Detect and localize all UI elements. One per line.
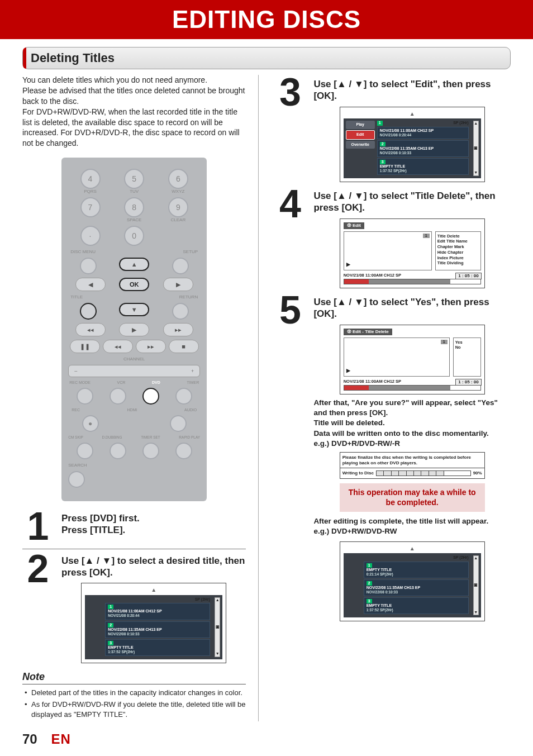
right-column: 3 Use [▲ / ▼] to select "Edit", then pre… [274, 75, 511, 721]
s3-num-2: 2 [380, 142, 386, 146]
remote-down-button: ▼ [119, 303, 149, 316]
remote-label-pqrs: PQRS [80, 189, 101, 194]
edit-menu-list: Title Delete Edit Title Name Chapter Mar… [435, 231, 481, 270]
edit-delete-title-bar: Edit - Title Delete [344, 329, 392, 335]
rec-mode-tag: SP (2Hr) [195, 597, 211, 602]
preview-badge: 1 [441, 340, 448, 345]
chevron-up-icon: ▲ [344, 545, 481, 553]
divider [22, 549, 246, 549]
scrollbar-icon: ▲▣▼ [215, 597, 220, 657]
step-3-screenshot: ▲ Play Edit Overwrite 1SP (2Hr) NOV/21/0… [340, 107, 485, 183]
remote-timerset-button [142, 443, 159, 459]
remote-channel-bar: –+ [68, 365, 200, 377]
scrollbar-icon: ▲▣▼ [473, 121, 479, 176]
remote-vcr-button [110, 388, 126, 405]
remote-label-hdmi: HDMI [127, 408, 137, 412]
remote-channel-minus: – [74, 368, 77, 374]
s3-row-3b: 1:37:52 SP(2Hr) [380, 169, 407, 173]
remote-label-rapidplay: RAPID PLAY [179, 435, 200, 439]
edit-title-bar: Edit [344, 222, 364, 229]
remote-ff-button: ▸▸ [136, 340, 166, 353]
side-edit: Edit [346, 130, 375, 140]
note-heading: Note [22, 671, 246, 684]
remote-label-discmenu: DISC MENU [70, 249, 96, 254]
step-3-number: 3 [274, 78, 306, 182]
intro-text: You can delete titles which you do not n… [22, 75, 246, 149]
title-row-2: 2NOV/22/08 11:35AM CH13 EPNOV/22/08 0:10… [105, 621, 210, 638]
remote-key-6: 6 [168, 169, 188, 189]
section-header: Deleting Titles [22, 47, 511, 69]
remote-return-button [172, 303, 189, 320]
title-row-1b: NOV/21/08 0:20:44 [108, 614, 139, 617]
s5l-row-1a: EMPTY TITLE [367, 568, 392, 572]
s3-row-3: 3EMPTY TITLE1:37:52 SP(2Hr) [377, 158, 469, 175]
title-num-3: 3 [108, 641, 113, 645]
remote-ddubbing-button [110, 443, 126, 459]
title-row-2b: NOV/22/08 0:10:33 [108, 632, 139, 636]
s5l-num-3: 3 [367, 599, 372, 603]
note-item-1: Deleted part of the titles in the capaci… [25, 688, 246, 698]
after-ok: [OK] [369, 408, 386, 417]
remote-left-button: ◀ [75, 278, 106, 291]
remote-label-channel: CHANNEL [68, 356, 200, 362]
after-l1: After that, "Are you sure?" will appear,… [313, 398, 497, 417]
option-yes: Yes [455, 340, 479, 345]
remote-prev-button: ◂◂ [75, 323, 106, 336]
remote-channel-plus: + [191, 368, 194, 374]
menu-title-dividing: Title Dividing [437, 260, 479, 266]
writing-pct: 90% [473, 470, 482, 476]
step-4: 4 Use [▲ / ▼] to select "Title Delete", … [274, 190, 511, 288]
intro-line2: Please be advised that the titles once d… [22, 86, 245, 106]
progress-bar: 1 : 05 : 00 [344, 279, 481, 284]
remote-label-return: RETURN [179, 294, 198, 299]
title-row-1: 1NOV/21/08 11:00AM CH12 SPNOV/21/08 0:20… [105, 603, 210, 620]
after2-l2: e.g.) DVD+RW/DVD-RW [313, 527, 397, 535]
remote-discmenu-button [80, 258, 97, 274]
step-3: 3 Use [▲ / ▼] to select "Edit", then pre… [274, 78, 511, 182]
remote-label-recmode: REC MODE [69, 381, 91, 384]
step-2: 2 Use [▲ / ▼] to select a desired title,… [22, 555, 246, 663]
remote-search-button [68, 471, 85, 488]
progress-time: 1 : 05 : 00 [455, 273, 481, 279]
remote-dvd-button [142, 388, 159, 405]
page-number: 70 [22, 731, 37, 747]
remote-rapidplay-button [175, 443, 192, 459]
remote-key-9: 9 [168, 197, 188, 217]
scrollbar-icon: ▲▣▼ [473, 555, 479, 615]
remote-label-setup: SETUP [183, 249, 198, 254]
remote-label-timerset: TIMER SET [141, 435, 160, 439]
s3-row-3a: EMPTY TITLE [380, 164, 405, 168]
writing-label: Writing to Disc [342, 470, 374, 476]
progress-time: 1 : 05 : 00 [455, 379, 481, 386]
after-text-block-2: After editing is complete, the title lis… [313, 516, 511, 536]
step-5-result-screenshot: ▲ SP (2Hr) 1EMPTY TITLE0:21:14 SP(2Hr) 2… [340, 541, 485, 622]
progress-bar: 1 : 05 : 00 [344, 385, 481, 391]
s5l-row-3a: EMPTY TITLE [367, 603, 392, 607]
remote-audio-button [170, 415, 187, 432]
step-4-text: Use [▲ / ▼] to select "Title Delete", th… [313, 190, 511, 214]
menu-edit-title-name: Edit Title Name [437, 239, 479, 244]
play-icon: ▶ [346, 368, 350, 374]
remote-label-title: TITLE [70, 294, 83, 299]
step-2-number: 2 [22, 555, 54, 663]
finalize-msg: Please finalize the disc when the writin… [340, 453, 484, 468]
after-l1b: . [386, 408, 388, 417]
remote-label-dvd: DVD [152, 381, 160, 384]
remote-title-button [80, 303, 97, 320]
writing-progress-bar [376, 470, 471, 476]
title-row-3b: 1:37:52 SP(2Hr) [108, 650, 135, 654]
intro-line3: For DVD+RW/DVD-RW, when the last recorde… [22, 107, 240, 148]
remote-key-7: 7 [80, 197, 101, 217]
remote-rec-button: ● [82, 415, 99, 432]
remote-rew-button: ◂◂ [103, 340, 133, 353]
page-lang: EN [51, 731, 70, 747]
step-1: 1 Press [DVD] first. Press [TITLE]. [22, 512, 246, 540]
remote-ok-button: OK [119, 278, 149, 291]
s5l-row-3: 3EMPTY TITLE1:37:52 SP(2Hr) [364, 597, 469, 614]
title-row-3: 3EMPTY TITLE1:37:52 SP(2Hr) [105, 639, 210, 656]
s5l-row-2b: NOV/22/08 0:10:33 [367, 590, 398, 594]
page: EDITING DISCS Deleting Titles You can de… [0, 0, 533, 756]
s5l-row-2: 2NOV/22/08 11:35AM CH13 EPNOV/22/08 0:10… [364, 579, 469, 596]
remote-label-tuv: TUV [124, 189, 144, 194]
step-4-number: 4 [274, 190, 306, 288]
